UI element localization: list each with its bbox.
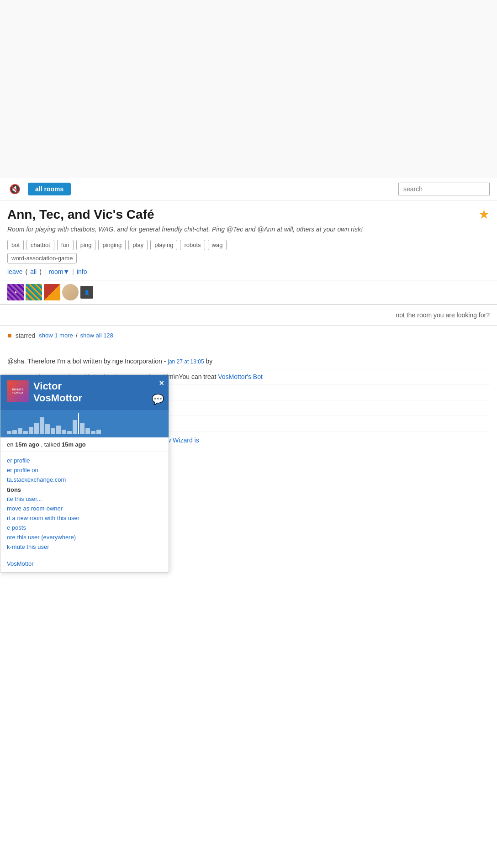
- paren-close: ): [39, 268, 42, 275]
- msg2-user-link[interactable]: VosMottor's Bot: [218, 373, 263, 380]
- avatars-strip: ✦ 👤: [0, 280, 497, 305]
- avatar-5[interactable]: 👤: [80, 286, 93, 299]
- chat-message-1: @sha. Therefore I'm a bot written by nge…: [7, 354, 490, 369]
- popup-view-profile[interactable]: er profile: [7, 456, 162, 465]
- popup-chat-icon[interactable]: 💬: [152, 394, 164, 405]
- leave-link[interactable]: leave: [7, 268, 22, 275]
- rss-icon: ■: [7, 331, 12, 340]
- popup-site-logo-box: INSTATERONICA: [10, 383, 26, 400]
- avatar-3[interactable]: [44, 284, 60, 300]
- user-popup: INSTATERONICA Victor VosMottor × 💬: [0, 374, 169, 573]
- favorite-star-icon[interactable]: ★: [478, 207, 490, 222]
- tag-fun[interactable]: fun: [57, 240, 74, 250]
- popup-activity-graph: [0, 410, 169, 437]
- tag-bot[interactable]: bot: [7, 240, 24, 250]
- popup-site-link[interactable]: ta.stackexchange.com: [7, 475, 162, 484]
- popup-username: Victor VosMottor: [33, 380, 162, 405]
- paren-open: (: [25, 268, 27, 275]
- tag-wag[interactable]: wag: [208, 240, 227, 250]
- popup-profile-link[interactable]: VosMottor: [7, 559, 162, 568]
- room-title: Ann, Tec, and Vic's Café: [7, 207, 154, 222]
- popup-meta: en 15m ago , talked 15m ago: [0, 437, 169, 452]
- actions-row: leave ( all ) | room▼ | info: [7, 268, 490, 280]
- talked-ago: 15m ago: [62, 441, 86, 448]
- tag-play[interactable]: play: [128, 240, 148, 250]
- not-room-message: not the room you are looking for?: [0, 305, 497, 326]
- avatar-2[interactable]: [26, 284, 42, 300]
- divider2: |: [72, 268, 74, 275]
- popup-remove-room-owner[interactable]: move as room-owner: [7, 504, 162, 513]
- show-all-link[interactable]: show all 128: [80, 332, 113, 339]
- all-link[interactable]: all: [30, 268, 37, 275]
- msg1-time-link[interactable]: jan 27 at 13:05: [168, 358, 204, 365]
- tag-robots[interactable]: robots: [180, 240, 205, 250]
- avatar-1[interactable]: ✦: [7, 284, 24, 300]
- popup-actions: er profile er profile on ta.stackexchang…: [0, 452, 169, 572]
- popup-ignore-user[interactable]: ore this user (everywhere): [7, 532, 162, 542]
- room-info: Ann, Tec, and Vic's Café ★ Room for play…: [0, 200, 497, 280]
- search-input[interactable]: [398, 183, 490, 195]
- mute-button[interactable]: 🔇: [7, 182, 22, 196]
- tag-chatbot[interactable]: chatbot: [26, 240, 54, 250]
- header-bar: 🔇 all rooms: [0, 178, 497, 200]
- tag-ping[interactable]: ping: [76, 240, 96, 250]
- avatar-4[interactable]: [62, 284, 79, 300]
- tag-pinging[interactable]: pinging: [98, 240, 126, 250]
- info-link[interactable]: info: [77, 268, 87, 275]
- popup-header: INSTATERONICA Victor VosMottor × 💬: [0, 375, 169, 410]
- show-more-link[interactable]: show 1 more: [39, 332, 73, 339]
- starred-label: starred: [16, 332, 36, 339]
- room-dropdown[interactable]: room▼: [48, 268, 69, 275]
- popup-view-profile-on[interactable]: er profile on: [7, 465, 162, 475]
- popup-invite-user[interactable]: ite this user...: [7, 494, 162, 504]
- all-rooms-button[interactable]: all rooms: [28, 183, 71, 195]
- popup-avatar: INSTATERONICA: [7, 380, 29, 402]
- tag-word-association-game[interactable]: word-association-game: [7, 253, 77, 263]
- tag-playing[interactable]: playing: [150, 240, 177, 250]
- popup-new-room[interactable]: rt a new room with this user: [7, 513, 162, 523]
- popup-mute-user[interactable]: k-mute this user: [7, 542, 162, 552]
- popup-close-button[interactable]: ×: [159, 379, 164, 388]
- seen-ago: 15m ago: [15, 441, 39, 448]
- divider1: |: [44, 268, 46, 275]
- tags-row: bot chatbot fun ping pinging play playin…: [7, 240, 490, 250]
- room-description: Room for playing with chatbots, WAG, and…: [7, 225, 490, 234]
- ad-area: [0, 0, 497, 178]
- popup-section-title-actions: tions: [7, 486, 162, 493]
- popup-view-posts[interactable]: e posts: [7, 523, 162, 532]
- slash-sep: /: [76, 332, 78, 339]
- starred-section: ■ starred show 1 more / show all 128: [0, 326, 497, 349]
